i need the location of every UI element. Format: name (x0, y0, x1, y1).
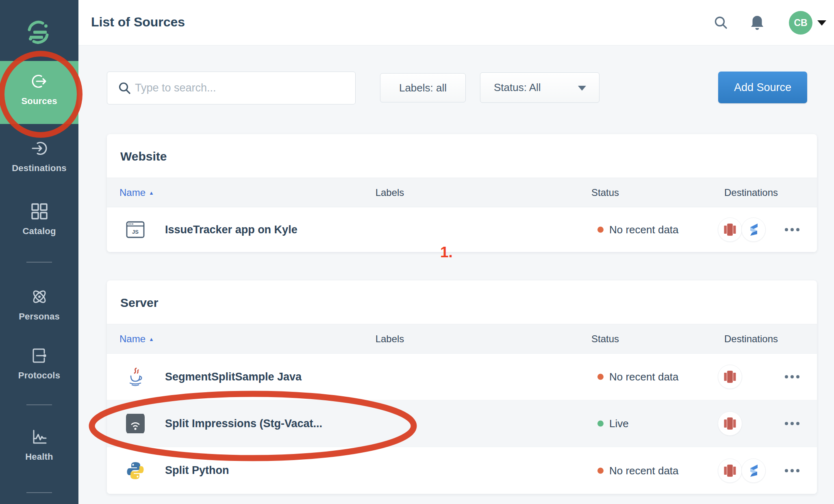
dropdown-caret-icon (578, 86, 586, 91)
chevron-down-icon[interactable] (817, 20, 826, 26)
column-header-labels: Labels (357, 333, 422, 345)
status-filter-dropdown[interactable]: Status: All (480, 72, 599, 103)
status-cell: No recent data (597, 224, 679, 236)
section-title: Website (120, 150, 167, 163)
sidebar-item-label: Personas (0, 311, 78, 322)
personas-icon (30, 288, 48, 306)
row-overflow-menu[interactable] (783, 371, 801, 382)
sidebar-item-label: Catalog (0, 226, 78, 237)
column-header-name[interactable]: Name▲ (119, 187, 154, 198)
column-header-destinations: Destinations (717, 187, 786, 198)
source-row[interactable]: JS IssueTracker app on Kyle No recent da… (107, 207, 817, 252)
table-header: Name▲ Labels Status Destinations (107, 324, 817, 354)
source-name: Split Impressions (Stg-Vacat... (165, 417, 322, 430)
source-name: Split Python (165, 464, 229, 477)
split-destination-icon[interactable] (741, 217, 766, 242)
sidebar-item-catalog[interactable]: Catalog (0, 202, 78, 237)
search-input[interactable] (135, 72, 350, 104)
table-header: Name▲ Labels Status Destinations (107, 178, 817, 207)
sidebar-item-label: Protocols (0, 370, 78, 381)
destinations-icon (30, 139, 48, 157)
source-row[interactable]: SegmentSplitSample Java No recent data (107, 354, 817, 400)
labels-filter-button[interactable]: Labels: all (380, 73, 466, 102)
svg-text:JS: JS (132, 229, 139, 235)
status-text: No recent data (609, 464, 679, 477)
status-dot (597, 421, 604, 427)
status-text: Live (609, 417, 629, 430)
status-text: No recent data (609, 371, 679, 383)
page-title: List of Sources (91, 15, 185, 30)
sidebar-divider (26, 404, 52, 405)
sidebar-divider (26, 492, 52, 493)
labels-filter-label: Labels: all (399, 82, 447, 94)
health-icon (30, 428, 48, 446)
source-name: SegmentSplitSample Java (165, 371, 302, 383)
segment-logo[interactable] (25, 20, 51, 46)
python-source-icon (126, 461, 145, 480)
sidebar-divider (26, 262, 52, 263)
search-icon (118, 82, 132, 96)
redshift-destination-icon[interactable] (718, 217, 742, 242)
section-title: Server (120, 296, 158, 310)
search-icon[interactable] (713, 15, 729, 31)
row-overflow-menu[interactable] (783, 224, 801, 235)
javascript-source-icon: JS (126, 220, 145, 239)
protocols-icon (30, 347, 48, 365)
status-filter-label: Status: All (494, 81, 541, 94)
avatar[interactable]: CB (789, 11, 812, 35)
source-row[interactable]: Split Python No recent data (107, 447, 817, 494)
status-cell: No recent data (597, 464, 679, 477)
bell-icon[interactable] (749, 15, 765, 32)
status-cell: No recent data (597, 371, 679, 383)
status-cell: Live (597, 417, 629, 430)
source-row-split-impressions[interactable]: Split Impressions (Stg-Vacat... Live (107, 400, 817, 447)
status-dot (597, 227, 604, 233)
status-text: No recent data (609, 224, 679, 236)
avatar-initials: CB (794, 17, 807, 28)
topbar: List of Sources CB (78, 0, 834, 46)
sidebar-item-personas[interactable]: Personas (0, 288, 78, 322)
destinations-cell (718, 458, 766, 483)
sidebar-item-sources[interactable]: Sources (0, 61, 78, 124)
sidebar-item-health[interactable]: Health (0, 428, 78, 462)
row-overflow-menu[interactable] (783, 465, 801, 476)
http-api-source-icon (126, 414, 145, 433)
source-name: IssueTracker app on Kyle (165, 224, 298, 236)
sort-ascending-icon: ▲ (149, 190, 154, 196)
redshift-destination-icon[interactable] (718, 411, 742, 436)
destinations-cell (718, 411, 742, 436)
sidebar-item-protocols[interactable]: Protocols (0, 347, 78, 381)
server-section-card: Server Name▲ Labels Status Destinations … (107, 280, 817, 494)
sidebar: Sources Destinations Catalog Personas (0, 0, 78, 504)
java-source-icon (126, 367, 145, 387)
redshift-destination-icon[interactable] (718, 365, 742, 389)
row-overflow-menu[interactable] (783, 418, 801, 429)
status-dot (597, 374, 604, 380)
sidebar-item-label: Health (0, 452, 78, 462)
split-destination-icon[interactable] (741, 458, 766, 483)
column-header-labels: Labels (357, 187, 422, 198)
column-header-destinations: Destinations (717, 333, 786, 345)
catalog-icon (30, 202, 48, 220)
redshift-destination-icon[interactable] (718, 458, 742, 483)
column-header-name[interactable]: Name▲ (119, 333, 154, 345)
column-header-status: Status (591, 187, 619, 198)
website-section-card: Website Name▲ Labels Status Destinations… (107, 134, 817, 252)
status-dot (597, 467, 604, 474)
sort-ascending-icon: ▲ (149, 336, 154, 342)
destinations-cell (718, 217, 766, 242)
add-source-button[interactable]: Add Source (718, 72, 807, 103)
sidebar-item-label: Sources (0, 96, 78, 106)
sidebar-item-label: Destinations (0, 163, 78, 174)
sidebar-item-destinations[interactable]: Destinations (0, 139, 78, 174)
destinations-cell (718, 365, 742, 389)
column-header-status: Status (591, 333, 619, 345)
search-box (107, 72, 356, 104)
sources-icon (30, 72, 48, 90)
